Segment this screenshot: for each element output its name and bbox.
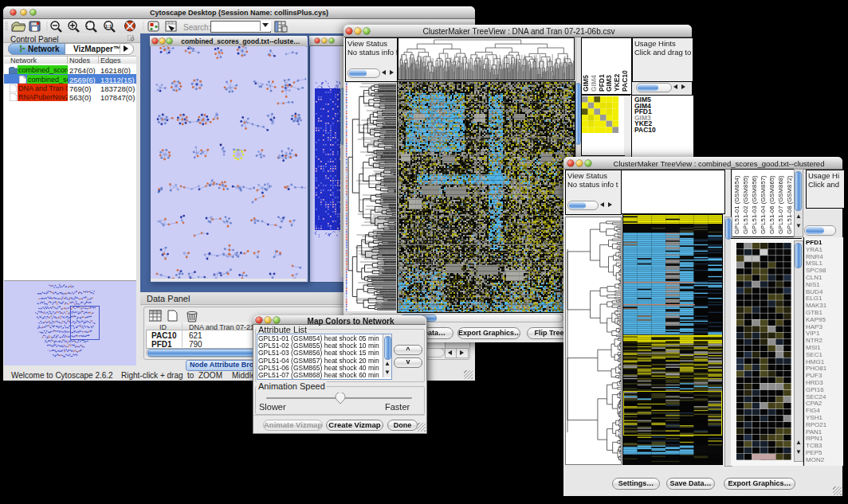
svg-text:GIM4: GIM4 [590,75,598,92]
svg-text:GPL51-07 (GSM868): GPL51-07 (GSM868) [777,175,784,234]
svg-text:GPL51-04 (GSM857): GPL51-04 (GSM857) [760,175,767,234]
svg-text:PAC10: PAC10 [621,70,629,92]
svg-text:1:1: 1:1 [105,24,112,29]
svg-text:GPL51-06 (GSM865): GPL51-06 (GSM865) [768,175,775,234]
svg-text:YKE2: YKE2 [613,74,621,92]
svg-text:GIM5: GIM5 [582,75,590,92]
svg-text:GPL51-01 (GSM854): GPL51-01 (GSM854) [733,175,740,234]
svg-text:GPL51-08 (GSM872): GPL51-08 (GSM872) [786,175,793,234]
svg-text:GPL51-03 (GSM856): GPL51-03 (GSM856) [751,175,758,234]
svg-text:GPL51-02 (GSM855): GPL51-02 (GSM855) [742,175,749,234]
svg-text:GIM3: GIM3 [605,75,613,92]
